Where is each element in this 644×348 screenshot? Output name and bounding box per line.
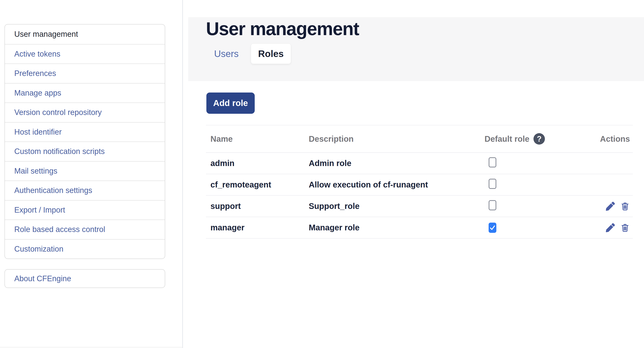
sidebar-item-version-control-repository[interactable]: Version control repository bbox=[5, 102, 165, 122]
sidebar-item-role-based-access-control[interactable]: Role based access control bbox=[5, 220, 165, 239]
column-header-default-role-label: Default role bbox=[484, 134, 530, 143]
default-role-checkbox[interactable] bbox=[488, 223, 496, 233]
tab-roles[interactable]: Roles bbox=[251, 44, 291, 64]
column-header-name: Name bbox=[206, 134, 309, 143]
sidebar-item-custom-notification-scripts[interactable]: Custom notification scripts bbox=[5, 141, 165, 161]
sidebar-item-user-management[interactable]: User management bbox=[5, 25, 165, 44]
trash-icon bbox=[620, 223, 630, 232]
actions-cell bbox=[603, 223, 633, 232]
sidebar-item-authentication-settings[interactable]: Authentication settings bbox=[5, 181, 165, 200]
sidebar-item-export-import[interactable]: Export / Import bbox=[5, 200, 165, 220]
role-description: Manager role bbox=[309, 223, 484, 232]
default-role-checkbox[interactable] bbox=[488, 179, 496, 189]
default-role-checkbox[interactable] bbox=[488, 200, 496, 210]
sidebar-item-customization[interactable]: Customization bbox=[5, 239, 165, 259]
role-description: Allow execution of cf-runagent bbox=[309, 180, 484, 189]
page-header: User management Users Roles bbox=[188, 17, 644, 81]
edit-role-icon[interactable] bbox=[606, 223, 615, 232]
default-role-checkbox[interactable] bbox=[488, 157, 496, 167]
about-card: About CFEngine bbox=[4, 269, 165, 288]
trash-icon bbox=[620, 202, 630, 211]
role-name: support bbox=[206, 202, 309, 211]
delete-role-icon[interactable] bbox=[620, 202, 630, 211]
table-row: admin Admin role bbox=[206, 153, 633, 174]
sidebar-item-mail-settings[interactable]: Mail settings bbox=[5, 161, 165, 181]
actions-cell bbox=[603, 202, 633, 211]
settings-nav: User managementActive tokensPreferencesM… bbox=[4, 24, 165, 259]
sidebar-item-manage-apps[interactable]: Manage apps bbox=[5, 83, 165, 103]
role-name: admin bbox=[206, 159, 309, 168]
tab-bar: Users Roles bbox=[206, 44, 291, 64]
table-body: admin Admin role bbox=[206, 153, 633, 239]
checkmark-icon bbox=[490, 224, 496, 231]
role-description: Admin role bbox=[309, 159, 484, 168]
sidebar-item-active-tokens[interactable]: Active tokens bbox=[5, 44, 165, 64]
pencil-icon bbox=[606, 223, 615, 232]
sidebar-item-about-cfengine[interactable]: About CFEngine bbox=[5, 270, 165, 288]
edit-role-icon[interactable] bbox=[606, 202, 615, 211]
default-role-cell bbox=[484, 157, 603, 169]
delete-role-icon[interactable] bbox=[620, 223, 630, 232]
help-icon[interactable]: ? bbox=[534, 133, 545, 145]
panel-divider bbox=[182, 0, 183, 348]
role-name: manager bbox=[206, 223, 309, 232]
default-role-cell bbox=[484, 179, 603, 191]
viewport-bottom-edge bbox=[0, 347, 182, 347]
add-role-button[interactable]: Add role bbox=[206, 93, 255, 114]
sidebar-item-host-identifier[interactable]: Host identifier bbox=[5, 122, 165, 142]
column-header-default-role: Default role ? bbox=[484, 133, 603, 145]
roles-table: Name Description Default role ? Actions … bbox=[206, 125, 633, 239]
page-title: User management bbox=[206, 18, 359, 39]
default-role-cell bbox=[484, 200, 603, 212]
role-name: cf_remoteagent bbox=[206, 180, 309, 189]
table-header-row: Name Description Default role ? Actions bbox=[206, 125, 633, 153]
column-header-description: Description bbox=[309, 134, 484, 143]
column-header-actions: Actions bbox=[603, 134, 633, 143]
pencil-icon bbox=[606, 202, 615, 211]
table-row: support Support_role bbox=[206, 196, 633, 217]
tab-users[interactable]: Users bbox=[206, 44, 247, 64]
default-role-cell bbox=[484, 223, 603, 233]
table-row: cf_remoteagent Allow execution of cf-run… bbox=[206, 174, 633, 196]
sidebar-item-preferences[interactable]: Preferences bbox=[5, 64, 165, 83]
role-description: Support_role bbox=[309, 202, 484, 211]
table-row: manager Manager role bbox=[206, 217, 633, 239]
